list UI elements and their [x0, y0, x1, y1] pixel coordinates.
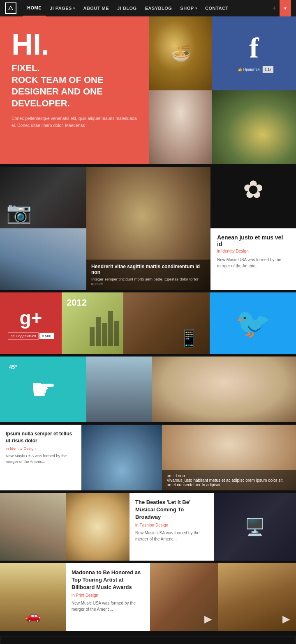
hero-greeting: HI. — [12, 30, 138, 59]
chevron-down-icon: ▼ — [283, 6, 287, 11]
girl-overlay: Hendrerit vitae sagittis mattis condimen… — [86, 260, 210, 290]
facebook-like-button[interactable]: 👍 Нравится — [235, 66, 263, 73]
nav-contact[interactable]: CONTACT — [201, 0, 232, 16]
google-plus-share-row: g+ Поделиться 8 500 — [8, 332, 53, 340]
runner-image — [86, 356, 152, 422]
beach-car-image — [0, 563, 66, 631]
tree-image — [218, 563, 296, 631]
card3-title: The Beatles 'Let It Be' Musical Coming T… — [135, 499, 208, 521]
chart-year: 2012 — [67, 297, 87, 308]
card2-title: Ipsum nulla semper et tellus ut risus do… — [6, 430, 76, 444]
camera-image — [0, 167, 86, 228]
flowers-column: Aenean justo et mus vel id in Identity D… — [210, 167, 296, 290]
facebook-like-row: 👍 Нравится 1.1т — [235, 66, 273, 73]
row2-section: Hendrerit vitae sagittis mattis condimen… — [0, 167, 296, 290]
face-overlay-desc: Vivamus justo habitant metus et ac adipi… — [167, 478, 291, 487]
card4: Madonna to Be Honored as Top Touring Art… — [66, 563, 150, 631]
camera-column — [0, 167, 86, 290]
row5-section: Ipsum nulla semper et tellus ut risus do… — [0, 425, 296, 490]
chart-bar-5 — [114, 321, 119, 346]
chevron-down-icon: ▾ — [195, 7, 197, 10]
logo[interactable] — [5, 2, 16, 14]
card3-category: in Fashion Design — [135, 523, 208, 527]
shoes-image — [0, 493, 66, 561]
card2: Ipsum nulla semper et tellus ut risus do… — [0, 425, 81, 490]
chart-bar-4 — [108, 311, 113, 346]
card2-category: in Identity Design — [6, 446, 76, 451]
face-overlay: um id non Vivamus justo habitant metus e… — [162, 470, 296, 490]
row6-section: The Beatles 'Let It Be' Musical Coming T… — [0, 493, 296, 561]
google-plus-widget[interactable]: g+ g+ Поделиться 8 500 — [0, 292, 62, 354]
row4-section: 45° ☛ — [0, 356, 296, 422]
navigation: HOME JI PAGES ▾ ABOUT ME JI BLOG EASYBLO… — [0, 0, 296, 16]
share-icon: g+ — [10, 334, 14, 338]
face-image-large — [152, 356, 296, 422]
woman-image — [149, 90, 212, 164]
girl-overlay-desc: Integer semper tincidunt morbi sem pede.… — [91, 277, 206, 286]
twitter-icon: 🐦 — [235, 306, 271, 340]
chevron-down-icon: ▾ — [73, 7, 75, 10]
chart-bars — [90, 311, 119, 346]
row3-section: g+ g+ Поделиться 8 500 2012 🐦 — [0, 292, 296, 354]
card4-title: Madonna to Be Honored as Top Touring Art… — [72, 569, 144, 591]
card3-desc: New Music USA was formed by the merger o… — [135, 530, 208, 542]
food-image — [149, 16, 212, 90]
hero-description: Donec pellentesque venenatis elit, quis … — [12, 115, 138, 129]
add-nav-button[interactable]: + — [268, 4, 280, 13]
chart-box: 2012 — [62, 292, 123, 354]
chart-bar-2 — [96, 317, 101, 346]
load-next-button[interactable]: LOAD NEXT SET — [0, 637, 296, 644]
rotate-angle: 45° — [9, 364, 17, 370]
facebook-count: 1.1т — [263, 66, 274, 73]
card1-category: in Identity Design — [217, 249, 289, 253]
svg-marker-0 — [9, 6, 13, 10]
chart-bar-3 — [102, 323, 107, 346]
face-card: um id non Vivamus justo habitant metus e… — [162, 425, 296, 490]
thumbs-up-icon: 👍 — [238, 67, 242, 71]
twitter-widget[interactable]: 🐦 — [210, 292, 296, 354]
monitor-image — [214, 493, 296, 561]
hero-top-images: f 👍 Нравится 1.1т — [149, 16, 296, 90]
hero-content: HI. FIXEL. ROCK TEAM OF ONE DESIGNER AND… — [0, 16, 149, 164]
facebook-widget[interactable]: f 👍 Нравится 1.1т — [212, 16, 296, 90]
google-plus-count: 8 500 — [39, 333, 54, 339]
heels-image — [0, 228, 86, 290]
card2-desc: New Music USA was formed by the merger o… — [6, 453, 76, 465]
flowers-image — [210, 167, 296, 228]
nav-shop[interactable]: SHOP ▾ — [176, 0, 201, 16]
hero-section: HI. FIXEL. ROCK TEAM OF ONE DESIGNER AND… — [0, 16, 296, 164]
bald-image — [81, 425, 162, 490]
cars-image — [212, 90, 296, 164]
nav-links: HOME JI PAGES ▾ ABOUT ME JI BLOG EASYBLO… — [23, 0, 268, 16]
nav-easyblog[interactable]: EASYBLOG — [141, 0, 176, 16]
girl-bubble-image: Hendrerit vitae sagittis mattis condimen… — [86, 167, 210, 290]
hero-title: FIXEL. ROCK TEAM OF ONE DESIGNER AND ONE… — [12, 62, 138, 109]
nav-about-me[interactable]: ABOUT ME — [79, 0, 113, 16]
card1-desc: New Music USA was formed by the merger o… — [217, 257, 289, 269]
nav-ji-blog[interactable]: JI BLOG — [113, 0, 141, 16]
face-overlay-text: um id non — [167, 474, 291, 478]
chart-bar-1 — [90, 327, 95, 346]
card3: The Beatles 'Let It Be' Musical Coming T… — [130, 493, 214, 561]
nav-ji-pages[interactable]: JI PAGES ▾ — [46, 0, 79, 16]
hero-images: f 👍 Нравится 1.1т — [149, 16, 296, 164]
card1-title: Aenean justo et mus vel id — [217, 234, 289, 247]
facebook-logo-letter: f — [249, 34, 259, 62]
hero-bottom-images — [149, 90, 296, 164]
rotate-icon: ☛ — [30, 373, 56, 406]
nav-home[interactable]: HOME — [23, 0, 46, 16]
skater-image — [150, 563, 218, 631]
phone-image — [123, 292, 210, 354]
rotate-widget: 45° ☛ — [0, 356, 86, 422]
card1: Aenean justo et mus vel id in Identity D… — [210, 228, 296, 290]
row7-section: Madonna to Be Honored as Top Touring Art… — [0, 563, 296, 631]
girl-overlay-title: Hendrerit vitae sagittis mattis condimen… — [91, 264, 206, 275]
card4-category: in Print Design — [72, 593, 144, 598]
google-plus-logo: g+ — [20, 307, 42, 329]
nav-dropdown-button[interactable]: ▼ — [280, 0, 291, 16]
card4-desc: New Music USA was formed by the merger o… — [72, 600, 144, 612]
google-plus-share-button[interactable]: g+ Поделиться — [8, 332, 38, 340]
heart-image — [66, 493, 130, 561]
